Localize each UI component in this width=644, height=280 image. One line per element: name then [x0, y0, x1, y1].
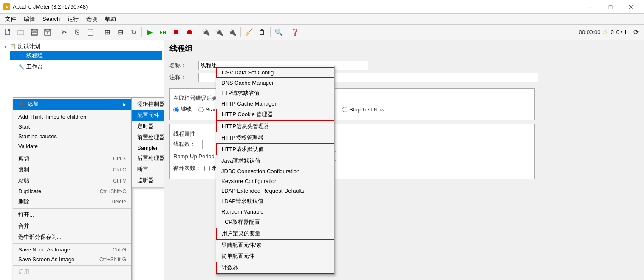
ctx-jdbc[interactable]: JDBC Connection Configuration	[216, 166, 334, 176]
ctx-keystore[interactable]: Keystore Configuration	[216, 176, 334, 186]
ctx-java-defaults[interactable]: Java请求默认值	[216, 155, 334, 166]
forever-checkbox[interactable]	[204, 166, 210, 171]
menu-help[interactable]: 帮助	[102, 14, 119, 24]
ctx-enable[interactable]: 启用	[13, 266, 131, 277]
tree-arrow-2: ▼	[12, 54, 16, 58]
ctx-sampler[interactable]: Sampler▶	[132, 143, 164, 153]
tb-cut[interactable]: ✂	[58, 26, 71, 39]
ctx-save-node-image[interactable]: Save Node As ImageCtrl-G	[13, 245, 131, 254]
radio-continue-input[interactable]	[173, 107, 179, 112]
ctx-logic[interactable]: 逻辑控制器▶	[132, 99, 164, 110]
ctx-tcp[interactable]: TCP取样器配置	[216, 217, 334, 228]
tb-remote-run[interactable]: 🔌	[200, 26, 212, 39]
ctx-delete[interactable]: 删除Delete	[13, 196, 131, 207]
tb-copy[interactable]: ⎘	[71, 26, 84, 39]
tb-run[interactable]: ▶	[144, 26, 156, 39]
toolbar-run-count: 0 / 1	[616, 29, 627, 35]
ctx-ldap[interactable]: LDAP请求默认值	[216, 196, 334, 207]
ctx-postproc[interactable]: 后置处理器▶	[132, 153, 164, 164]
ctx-disable[interactable]: 禁用	[13, 277, 131, 280]
tb-clear-all[interactable]: 🗑	[256, 26, 268, 39]
tb-save[interactable]	[28, 26, 41, 39]
ctx-login[interactable]: 登陆配置元件/素	[216, 240, 334, 251]
tb-new[interactable]	[2, 26, 14, 39]
ctx-merge[interactable]: 合并	[13, 220, 131, 231]
ctx-ldap-ext[interactable]: LDAP Extended Request Defaults	[216, 186, 334, 196]
ctx-save-screen-image[interactable]: Save Screen As ImageCtrl+Shift-G	[13, 254, 131, 264]
radio-stop-now[interactable]: Stop Test Now	[342, 106, 385, 113]
radio-next-loop-input[interactable]	[198, 107, 204, 112]
tb-remote-stop[interactable]: 🔌	[213, 26, 226, 39]
svg-rect-6	[32, 32, 37, 35]
tb-shutdown[interactable]: ⏺	[183, 26, 196, 39]
tb-paste[interactable]: 📋	[84, 26, 97, 39]
ctx-start[interactable]: Start	[13, 122, 131, 131]
menu-run[interactable]: 运行	[64, 14, 82, 24]
testplan-label: 测试计划	[18, 43, 40, 50]
ctx-http-auth[interactable]: HTTP授权管理器	[216, 132, 334, 143]
radio-stop-now-input[interactable]	[342, 107, 347, 112]
ctx-http-defaults[interactable]: HTTP请求默认值	[216, 143, 334, 155]
ctx-timer[interactable]: 定时器▶	[132, 121, 164, 132]
ctx-csv[interactable]: CSV Data Set Config	[216, 67, 334, 78]
tb-stop[interactable]: ⏹	[170, 26, 183, 39]
toolbar-timer: 00:00:00	[579, 29, 601, 35]
tb-remote-stop-all[interactable]: 🔌	[226, 26, 239, 39]
ctx-duplicate[interactable]: DuplicateCtrl+Shift-C	[13, 186, 131, 196]
workbench-icon: 🔧	[18, 63, 25, 70]
maximize-button[interactable]: □	[601, 0, 620, 14]
ctx-copy-shortcut: Ctrl-C	[113, 167, 126, 173]
ctx-copy[interactable]: 复制Ctrl-C	[13, 164, 131, 175]
tree-item-workbench[interactable]: 🔧 工作台	[10, 62, 162, 71]
ctx-start-nopause[interactable]: Start no pauses	[13, 131, 131, 141]
menu-search[interactable]: Search	[39, 15, 63, 23]
ctx-listener[interactable]: 监听器▶	[132, 175, 164, 186]
ctx-ftp[interactable]: FTP请求缺省值	[216, 88, 334, 99]
svg-rect-5	[33, 29, 36, 31]
tb-open[interactable]	[15, 26, 28, 39]
menu-file[interactable]: 文件	[2, 14, 20, 24]
tb-counter-reset[interactable]: ⟳	[630, 26, 642, 39]
tb-help[interactable]: ❓	[289, 26, 302, 39]
ctx-assert[interactable]: 断言▶	[132, 164, 164, 175]
tree-item-threadgroup[interactable]: ▼ ⚙ 线程组	[10, 51, 162, 60]
ctx-add[interactable]: ➕添加 ▶	[13, 99, 131, 110]
menu-edit[interactable]: 编辑	[20, 14, 38, 24]
workbench-label: 工作台	[26, 63, 43, 71]
comment-label: 注释：	[169, 74, 195, 81]
ctx-random[interactable]: Random Variable	[216, 207, 334, 217]
title-controls[interactable]: ─ □ ✕	[580, 0, 641, 14]
ctx-counter[interactable]: 计数器	[216, 262, 334, 274]
menu-options[interactable]: 选项	[83, 14, 101, 24]
ctx-http-cookie[interactable]: HTTP Cookie 管理器	[216, 109, 334, 120]
toolbar-separator-2	[99, 27, 99, 37]
tree-item-testplan[interactable]: ▼ 📋 测试计划	[2, 42, 162, 51]
tb-expand[interactable]: ⊞	[101, 26, 113, 39]
ctx-think-times[interactable]: Add Think Times to children	[13, 112, 131, 122]
tb-run-nopause[interactable]: ⏭	[157, 26, 169, 39]
ctx-preproc[interactable]: 前置处理器▶	[132, 132, 164, 143]
close-button[interactable]: ✕	[621, 0, 641, 14]
toolbar-separator-1	[56, 27, 56, 37]
ctx-simple-config[interactable]: 简单配置元件	[216, 251, 334, 262]
ctx-http-cache[interactable]: HTTP Cache Manager	[216, 99, 334, 109]
ctx-open[interactable]: 打开...	[13, 209, 131, 220]
toolbar-separator-7	[287, 27, 287, 37]
ctx-cut[interactable]: 剪切Ctrl-X	[13, 153, 131, 164]
ctx-validate[interactable]: Validate	[13, 141, 131, 151]
ctx-config[interactable]: 配置元件▶	[132, 110, 164, 121]
ctx-dns[interactable]: DNS Cache Manager	[216, 78, 334, 88]
ctx-http-header[interactable]: HTTP信息头管理器	[216, 120, 334, 132]
tb-search[interactable]: 🔍	[272, 26, 285, 39]
radio-continue[interactable]: 继续	[173, 106, 192, 113]
toolbar-warning-count: 0	[610, 29, 613, 35]
ctx-paste[interactable]: 粘贴Ctrl-V	[13, 175, 131, 186]
ctx-save-selection[interactable]: 选中部分保存为...	[13, 231, 131, 243]
ctx-uservars[interactable]: 用户定义的变量	[216, 228, 334, 240]
tb-saveas[interactable]: S	[41, 26, 54, 39]
tb-toggle[interactable]: ↻	[127, 26, 140, 39]
toolbar-separator-6	[270, 27, 271, 37]
tb-collapse[interactable]: ⊟	[114, 26, 127, 39]
minimize-button[interactable]: ─	[580, 0, 600, 14]
tb-clear[interactable]: 🧹	[243, 26, 255, 39]
